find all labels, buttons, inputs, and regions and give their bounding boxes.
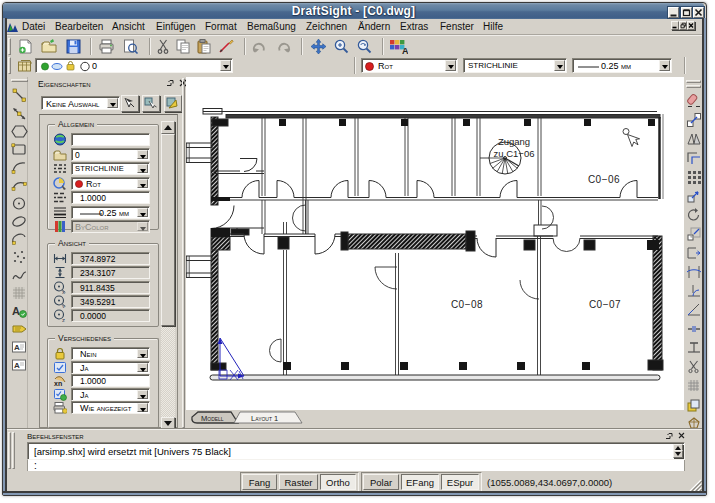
- svg-text:z: z: [62, 317, 65, 322]
- svg-text:Modell: Modell: [201, 414, 224, 423]
- svg-text:A: A: [402, 46, 408, 55]
- svg-text:A: A: [12, 305, 20, 317]
- svg-text:A: A: [14, 361, 20, 370]
- svg-text:A: A: [14, 343, 20, 352]
- svg-text:C0−07: C0−07: [589, 299, 621, 310]
- svg-text:zu C1−06: zu C1−06: [494, 148, 535, 159]
- svg-text:y: y: [62, 303, 65, 308]
- svg-text:Zugang: Zugang: [498, 136, 530, 147]
- svg-text:C0−08: C0−08: [451, 299, 483, 310]
- svg-text:Layout 1: Layout 1: [251, 414, 278, 423]
- svg-text:x: x: [62, 289, 65, 294]
- svg-text:xn: xn: [54, 380, 62, 387]
- svg-text:C0−06: C0−06: [588, 174, 620, 185]
